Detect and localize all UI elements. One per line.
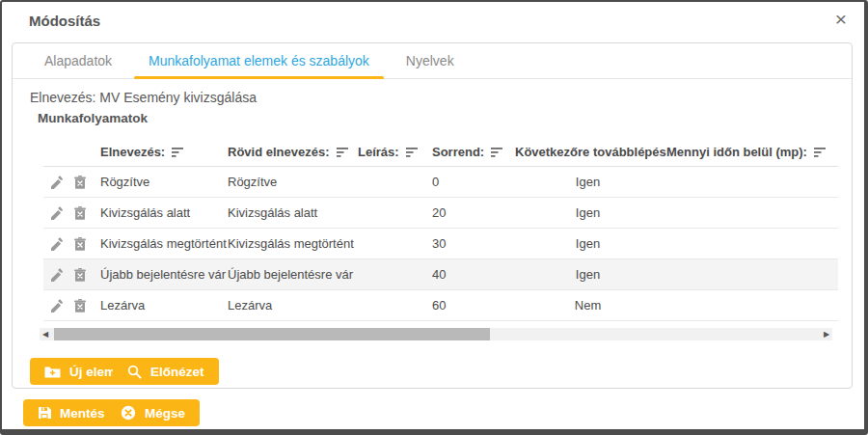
section-title: Munkafolyamatok bbox=[38, 111, 148, 125]
horizontal-scrollbar[interactable]: ◀ ▶ bbox=[40, 328, 832, 340]
tab-munkafolyamat[interactable]: Munkafolyamat elemek és szabályok bbox=[130, 43, 388, 78]
delete-icon[interactable] bbox=[73, 237, 87, 251]
header-rovid-elnevezes[interactable]: Rövid elnevezés: bbox=[228, 145, 358, 159]
sort-icon[interactable] bbox=[491, 148, 502, 157]
sort-icon[interactable] bbox=[337, 148, 348, 157]
cell-kovetkezore: Igen bbox=[515, 267, 666, 282]
table-header-row: Elnevezés: Rövid elnevezés: Leírás: Sorr… bbox=[43, 138, 838, 167]
cell-elnevezes: Kivizsgálás alatt bbox=[100, 205, 228, 220]
cell-elnevezes: Újabb bejelentésre vár bbox=[100, 267, 228, 282]
row-actions bbox=[43, 237, 100, 251]
edit-icon[interactable] bbox=[51, 268, 64, 282]
delete-icon[interactable] bbox=[73, 206, 87, 220]
cell-kovetkezore: Igen bbox=[515, 175, 666, 189]
header-kovetkezore[interactable]: Következőre továbblépés bbox=[515, 145, 666, 159]
cell-elnevezes: Rögzítve bbox=[100, 175, 228, 189]
modal-title: Módosítás bbox=[29, 13, 100, 29]
header-leiras[interactable]: Leírás: bbox=[358, 145, 432, 159]
scroll-right-icon[interactable]: ▶ bbox=[821, 328, 832, 340]
sort-icon[interactable] bbox=[172, 148, 183, 157]
scrollbar-thumb[interactable] bbox=[54, 328, 490, 340]
sort-icon[interactable] bbox=[814, 148, 826, 157]
folder-plus-icon bbox=[44, 366, 61, 378]
tab-bar: Alapadatok Munkafolyamat elemek és szabá… bbox=[13, 43, 852, 79]
cell-rovid: Kivizsgálás alatt bbox=[228, 205, 358, 220]
table-row[interactable]: Rögzítve Rögzítve 0 Igen bbox=[43, 167, 838, 198]
record-name: Elnevezés: MV Esemény kivizsgálása bbox=[30, 90, 257, 105]
tab-panel: Alapadatok Munkafolyamat elemek és szabá… bbox=[12, 42, 853, 389]
cancel-button[interactable]: Mégse bbox=[106, 399, 200, 426]
delete-icon[interactable] bbox=[73, 176, 87, 189]
header-sorrend[interactable]: Sorrend: bbox=[432, 145, 515, 159]
table-row[interactable]: Újabb bejelentésre vár Újabb bejelentésr… bbox=[43, 259, 838, 290]
delete-icon[interactable] bbox=[73, 299, 87, 313]
cancel-circle-icon bbox=[121, 405, 136, 421]
search-icon bbox=[127, 365, 142, 379]
header-elnevezes[interactable]: Elnevezés: bbox=[100, 145, 228, 159]
row-actions bbox=[43, 299, 100, 313]
modal-modositas: Módosítás × Alapadatok Munkafolyamat ele… bbox=[0, 0, 868, 435]
tab-alapadatok[interactable]: Alapadatok bbox=[26, 43, 130, 78]
cell-rovid: Rögzítve bbox=[228, 175, 358, 189]
cell-rovid: Újabb bejelentésre vár bbox=[228, 267, 358, 282]
edit-icon[interactable] bbox=[51, 299, 64, 313]
cell-kovetkezore: Igen bbox=[515, 236, 666, 251]
cell-kovetkezore: Nem bbox=[515, 298, 666, 313]
save-icon bbox=[38, 406, 51, 420]
table-row[interactable]: Kivizsgálás alatt Kivizsgálás alatt 20 I… bbox=[43, 198, 838, 229]
cell-elnevezes: Kivizsgálás megtörtént bbox=[100, 236, 228, 251]
cell-sorrend: 60 bbox=[432, 298, 515, 313]
cell-rovid: Kivizsgálás megtörtént bbox=[228, 236, 358, 251]
save-button[interactable]: Mentés bbox=[23, 399, 120, 426]
row-actions bbox=[43, 206, 100, 220]
header-mennyi-idon[interactable]: Mennyi időn belül (mp): bbox=[666, 145, 838, 159]
cell-rovid: Lezárva bbox=[228, 298, 358, 313]
workflow-table: Elnevezés: Rövid elnevezés: Leírás: Sorr… bbox=[43, 138, 838, 321]
cell-sorrend: 30 bbox=[432, 236, 515, 251]
row-actions bbox=[43, 268, 100, 282]
table-row[interactable]: Lezárva Lezárva 60 Nem bbox=[43, 290, 838, 321]
scroll-left-icon[interactable]: ◀ bbox=[40, 328, 51, 340]
tab-nyelvek[interactable]: Nyelvek bbox=[388, 43, 473, 78]
edit-icon[interactable] bbox=[51, 237, 64, 251]
edit-icon[interactable] bbox=[51, 176, 64, 189]
sort-icon[interactable] bbox=[406, 148, 418, 157]
cell-sorrend: 0 bbox=[432, 175, 515, 189]
table-row[interactable]: Kivizsgálás megtörtént Kivizsgálás megtö… bbox=[43, 229, 838, 259]
preview-button[interactable]: Előnézet bbox=[113, 358, 219, 385]
row-actions bbox=[43, 176, 100, 189]
edit-icon[interactable] bbox=[51, 206, 64, 220]
cell-kovetkezore: Igen bbox=[515, 205, 666, 220]
cell-sorrend: 20 bbox=[432, 205, 515, 220]
delete-icon[interactable] bbox=[73, 268, 87, 282]
cell-sorrend: 40 bbox=[432, 267, 515, 282]
cell-elnevezes: Lezárva bbox=[100, 298, 228, 313]
close-icon[interactable]: × bbox=[835, 8, 847, 31]
